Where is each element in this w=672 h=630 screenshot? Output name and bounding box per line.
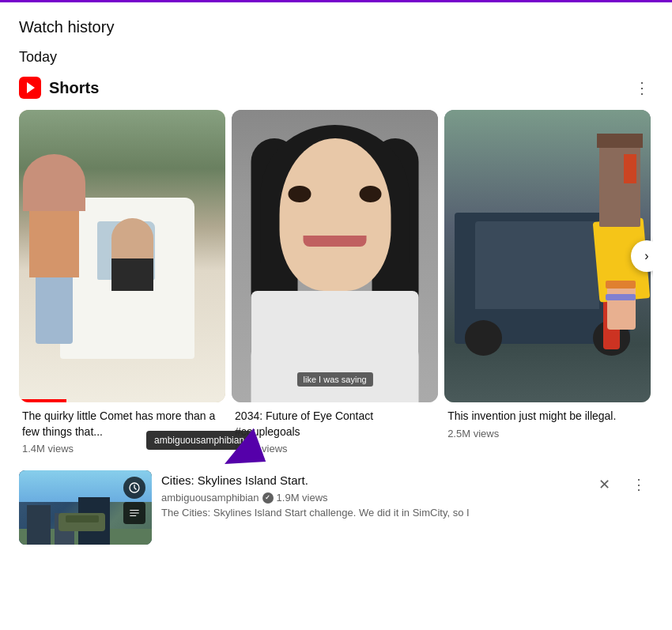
short-views-1: 1.4M views — [22, 443, 222, 455]
short-caption-2: like I was saying — [297, 372, 373, 387]
chevron-right-icon: › — [644, 249, 648, 263]
page-title: Watch history — [0, 2, 672, 43]
shorts-section: Shorts ⋮ — [0, 75, 672, 458]
short-thumb-1 — [19, 110, 225, 402]
short-thumb-2: like I was saying — [232, 110, 438, 402]
short-thumb-3 — [444, 110, 651, 402]
verified-badge: ✓ — [262, 492, 274, 504]
more-options-icon: ⋮ — [632, 476, 646, 493]
arrow-overlay — [221, 434, 261, 470]
shorts-title-row: Shorts — [19, 77, 99, 99]
add-to-queue-icon[interactable] — [123, 502, 145, 524]
bottom-video-info: Cities: Skylines Island Start. ambiguous… — [161, 470, 653, 519]
short-title-2: 2034: Future of Eye Contact #couplegoals — [235, 409, 435, 439]
channel-name: ambiguousamphibian — [161, 492, 259, 504]
watch-later-clock-icon[interactable] — [123, 477, 145, 499]
short-views-2: 533K views — [235, 443, 435, 455]
bottom-video-views: 1.9M views — [277, 492, 328, 504]
page-container: Watch history Today Shorts ⋮ — [0, 0, 672, 545]
today-section-label: Today — [0, 43, 672, 75]
shorts-more-options-button[interactable]: ⋮ — [631, 75, 653, 100]
short-info-2: 2034: Future of Eye Contact #couplegoals… — [232, 402, 438, 458]
short-1-scene — [19, 110, 225, 402]
progress-bar-1 — [19, 399, 66, 402]
bottom-video-description: The Cities: Skylines Island Start challe… — [161, 507, 653, 519]
short-title-3: This invention just might be illegal. — [447, 409, 647, 424]
short-info-1: The quirky little Comet has more than a … — [19, 402, 225, 458]
video-more-options-button[interactable]: ⋮ — [625, 470, 653, 499]
short-item-3[interactable]: This invention just might be illegal. 2.… — [444, 110, 651, 458]
bottom-video-section: ambiguousamphibian — [0, 458, 672, 545]
shorts-label: Shorts — [49, 79, 99, 97]
close-icon: ✕ — [598, 476, 610, 493]
bottom-video-thumb — [19, 470, 152, 545]
channel-row: ambiguousamphibian ✓ 1.9M views — [161, 492, 653, 504]
short-views-3: 2.5M views — [447, 428, 647, 439]
bottom-video-title: Cities: Skylines Island Start. — [161, 472, 653, 489]
building-1 — [27, 505, 51, 545]
shorts-header: Shorts ⋮ — [19, 75, 653, 100]
short-item-1[interactable]: The quirky little Comet has more than a … — [19, 110, 225, 458]
short-title-1: The quirky little Comet has more than a … — [22, 409, 222, 439]
shorts-carousel: The quirky little Comet has more than a … — [19, 110, 653, 458]
bottom-video-actions: ✕ ⋮ — [590, 470, 653, 499]
shorts-play-triangle — [27, 82, 35, 93]
remove-from-history-button[interactable]: ✕ — [590, 470, 618, 499]
verified-check-icon: ✓ — [265, 494, 270, 501]
short-info-3: This invention just might be illegal. 2.… — [444, 402, 651, 443]
bottom-video-item[interactable]: Cities: Skylines Island Start. ambiguous… — [19, 470, 653, 545]
short-item-2[interactable]: like I was saying 2034: Future of Eye Co… — [232, 110, 438, 458]
shorts-icon — [19, 77, 41, 99]
purple-arrow-icon — [217, 428, 266, 475]
